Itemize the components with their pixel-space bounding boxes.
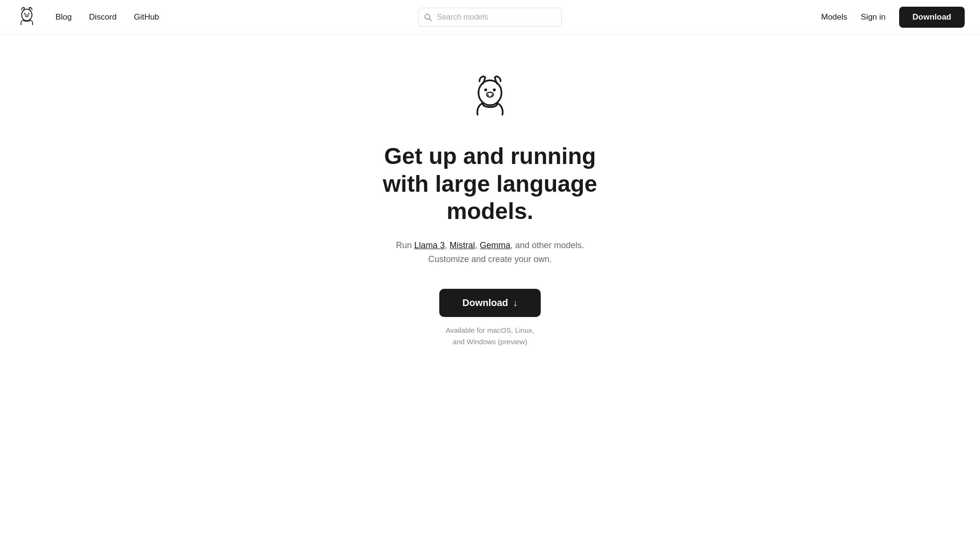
svg-point-12 <box>488 95 489 96</box>
svg-line-7 <box>429 19 431 21</box>
svg-point-10 <box>493 88 496 91</box>
navbar: Blog Discord GitHub Models Sign in Downl… <box>0 0 980 34</box>
nav-center <box>159 8 821 27</box>
mistral-link[interactable]: Mistral <box>449 241 475 250</box>
nav-right: Models Sign in Download <box>821 7 965 28</box>
hero-title: Get up and running with large language m… <box>366 142 614 225</box>
gemma-link[interactable]: Gemma <box>480 241 511 250</box>
svg-point-2 <box>28 13 30 14</box>
hero-subtitle: Run Llama 3, Mistral, Gemma, and other m… <box>385 239 595 266</box>
nav-left: Blog Discord GitHub <box>15 6 159 29</box>
svg-point-5 <box>27 15 28 16</box>
logo[interactable] <box>15 6 38 29</box>
hero-availability: Available for macOS, Linux,and Windows (… <box>446 325 535 348</box>
models-link[interactable]: Models <box>821 12 847 22</box>
subtitle-comma1: , <box>445 241 449 250</box>
hero-logo <box>466 73 514 127</box>
search-input[interactable] <box>418 8 562 27</box>
llama3-link[interactable]: Llama 3 <box>414 241 445 250</box>
hero-download-label: Download <box>462 297 508 308</box>
download-arrow-icon: ↓ <box>513 297 518 308</box>
svg-point-1 <box>24 13 25 14</box>
svg-point-3 <box>25 14 28 16</box>
github-link[interactable]: GitHub <box>134 12 159 22</box>
svg-point-4 <box>26 15 26 16</box>
hero-download-button[interactable]: Download ↓ <box>439 289 541 317</box>
blog-link[interactable]: Blog <box>56 12 72 22</box>
svg-point-9 <box>484 88 487 91</box>
discord-link[interactable]: Discord <box>89 12 117 22</box>
search-icon <box>424 13 432 21</box>
subtitle-prefix: Run <box>396 241 414 250</box>
hero-section: Get up and running with large language m… <box>0 34 980 376</box>
svg-point-13 <box>491 95 492 96</box>
search-wrapper <box>418 8 562 27</box>
svg-point-11 <box>487 92 493 97</box>
signin-link[interactable]: Sign in <box>861 12 886 22</box>
subtitle-comma2: , <box>475 241 479 250</box>
nav-download-button[interactable]: Download <box>899 7 965 28</box>
